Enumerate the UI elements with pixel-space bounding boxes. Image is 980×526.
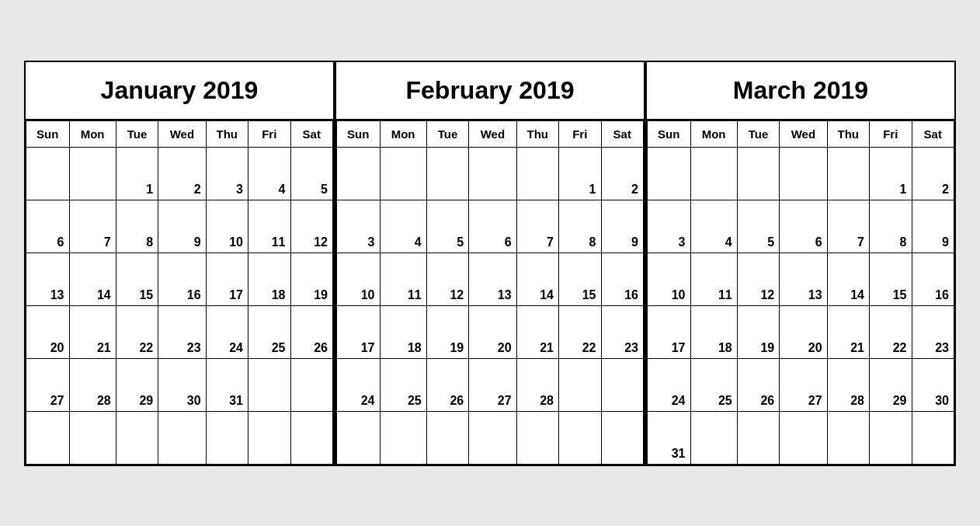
day-cell <box>206 411 248 464</box>
day-cell: 7 <box>69 200 116 253</box>
day-cell: 30 <box>158 358 206 411</box>
day-cell: 15 <box>870 253 912 305</box>
day-cell <box>601 358 644 411</box>
day-cell: 28 <box>69 358 116 411</box>
day-header-mon: Mon <box>690 120 737 147</box>
day-cell: 23 <box>912 305 954 358</box>
day-cell: 17 <box>337 305 381 358</box>
day-cell: 7 <box>516 200 558 253</box>
day-header-wed: Wed <box>780 120 827 147</box>
day-header-fri: Fri <box>248 120 290 147</box>
day-cell: 1 <box>870 147 912 200</box>
day-cell <box>780 147 827 200</box>
day-header-fri: Fri <box>559 120 601 147</box>
day-cell: 15 <box>559 253 601 305</box>
day-cell <box>290 411 333 464</box>
day-cell: 19 <box>290 253 333 305</box>
day-cell <box>469 411 516 464</box>
day-cell: 19 <box>737 305 779 358</box>
day-cell: 24 <box>206 305 248 358</box>
day-cell <box>737 411 779 464</box>
day-cell: 13 <box>469 253 516 305</box>
day-cell: 20 <box>780 305 827 358</box>
day-cell <box>516 411 558 464</box>
day-cell: 16 <box>912 253 954 305</box>
day-cell: 11 <box>380 253 426 305</box>
day-cell: 28 <box>827 358 869 411</box>
day-cell: 16 <box>158 253 206 305</box>
day-cell <box>248 358 290 411</box>
day-cell: 25 <box>690 358 737 411</box>
day-cell <box>116 411 158 464</box>
day-cell: 3 <box>337 200 381 253</box>
day-cell: 23 <box>158 305 206 358</box>
day-cell <box>912 411 954 464</box>
day-cell: 8 <box>870 200 912 253</box>
day-cell: 9 <box>912 200 954 253</box>
day-cell <box>469 147 516 200</box>
day-cell <box>248 411 290 464</box>
day-cell: 20 <box>469 305 516 358</box>
day-cell <box>601 411 644 464</box>
day-cell: 30 <box>912 358 954 411</box>
day-header-mon: Mon <box>380 120 426 147</box>
day-cell: 6 <box>26 200 70 253</box>
day-cell: 28 <box>516 358 558 411</box>
day-cell: 12 <box>290 200 333 253</box>
day-cell <box>426 411 468 464</box>
day-cell <box>337 147 381 200</box>
day-cell: 22 <box>870 305 912 358</box>
day-cell: 29 <box>870 358 912 411</box>
day-cell: 6 <box>469 200 516 253</box>
day-cell: 1 <box>559 147 601 200</box>
day-cell <box>426 147 468 200</box>
day-header-wed: Wed <box>469 120 516 147</box>
calendar-title-february-2019: February 2019 <box>336 62 644 120</box>
day-cell: 21 <box>516 305 558 358</box>
day-cell <box>648 147 691 200</box>
day-cell: 22 <box>559 305 601 358</box>
day-cell <box>380 147 426 200</box>
day-cell: 18 <box>690 305 737 358</box>
day-cell: 6 <box>780 200 827 253</box>
day-cell <box>827 147 869 200</box>
day-cell: 8 <box>559 200 601 253</box>
day-cell <box>827 411 869 464</box>
day-cell: 2 <box>912 147 954 200</box>
calendar-title-january-2019: January 2019 <box>26 62 333 120</box>
day-header-tue: Tue <box>737 120 779 147</box>
day-header-sat: Sat <box>290 120 333 147</box>
day-cell: 10 <box>648 253 691 305</box>
calendars-container: January 2019SunMonTueWedThuFriSat1234567… <box>16 53 964 474</box>
day-cell: 13 <box>780 253 827 305</box>
day-cell: 20 <box>26 305 70 358</box>
day-cell: 16 <box>601 253 644 305</box>
calendar-february-2019: February 2019SunMonTueWedThuFriSat123456… <box>335 61 645 466</box>
day-cell: 8 <box>116 200 158 253</box>
day-cell: 22 <box>116 305 158 358</box>
day-cell: 10 <box>206 200 248 253</box>
day-cell: 10 <box>337 253 381 305</box>
day-header-sun: Sun <box>648 120 691 147</box>
day-cell: 4 <box>690 200 737 253</box>
day-cell <box>516 147 558 200</box>
day-header-thu: Thu <box>516 120 558 147</box>
day-header-sat: Sat <box>912 120 954 147</box>
day-cell: 26 <box>426 358 468 411</box>
day-cell: 18 <box>248 253 290 305</box>
day-cell: 13 <box>26 253 70 305</box>
day-cell: 19 <box>426 305 468 358</box>
day-cell <box>559 358 601 411</box>
day-cell <box>158 411 206 464</box>
day-cell: 9 <box>601 200 644 253</box>
day-header-wed: Wed <box>158 120 206 147</box>
day-cell: 14 <box>69 253 116 305</box>
day-cell <box>870 411 912 464</box>
day-cell: 17 <box>648 305 691 358</box>
day-cell: 24 <box>337 358 381 411</box>
day-cell: 3 <box>206 147 248 200</box>
day-cell: 25 <box>248 305 290 358</box>
day-cell <box>337 411 381 464</box>
day-cell: 25 <box>380 358 426 411</box>
day-cell: 4 <box>248 147 290 200</box>
